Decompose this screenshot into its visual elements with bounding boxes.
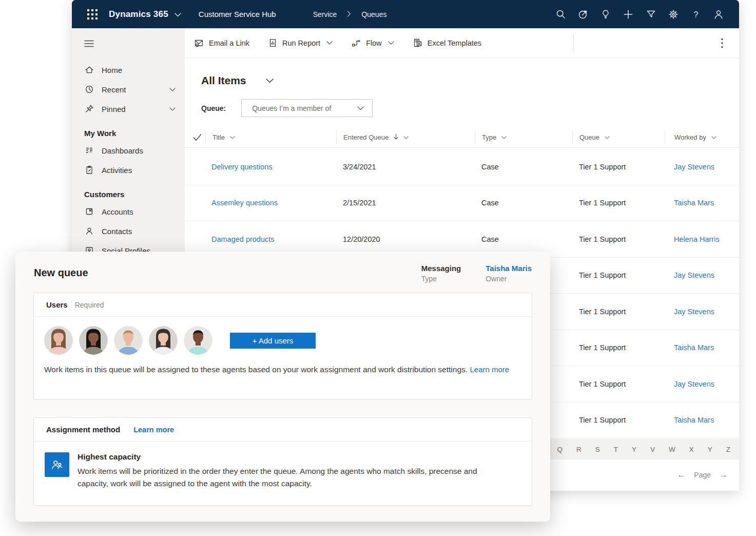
alphabet-letter[interactable]: R (576, 446, 581, 453)
command-email-a-link[interactable]: Email a Link (194, 39, 249, 48)
hub-title[interactable]: Customer Service Hub (199, 10, 276, 18)
chevron-down-icon (388, 41, 394, 45)
dashboards-icon (84, 145, 94, 156)
user-avatar (149, 326, 178, 355)
users-heading: Users (46, 300, 68, 309)
queue-filter-row: Queue: Queues I’m a member of (201, 99, 373, 117)
command-run-report[interactable]: Run Report (268, 38, 333, 48)
chevron-right-icon (347, 10, 351, 18)
row-worked-by-link[interactable]: Helena Harris (674, 235, 720, 243)
alphabet-letter[interactable]: T (614, 446, 618, 453)
queue-owner-link[interactable]: Taisha Maris (486, 264, 532, 273)
alphabet-letter[interactable]: W (669, 446, 675, 453)
row-worked-by-link[interactable]: Jay Stevens (674, 380, 714, 388)
column-header-title[interactable]: Title (205, 131, 336, 144)
pager-label: Page (694, 471, 711, 479)
clock-icon (84, 84, 94, 94)
row-worked-by-link[interactable]: Taisha Mars (674, 343, 714, 352)
assignment-learn-more-link[interactable]: Learn more (133, 426, 174, 434)
search-icon[interactable] (549, 4, 572, 25)
dialog-header: New queue Messaging Type Taisha Maris Ow… (34, 264, 532, 283)
flow-icon (351, 38, 361, 48)
row-worked-by-link[interactable]: Taisha Mars (674, 199, 714, 207)
filter-icon[interactable] (639, 4, 662, 25)
row-queue: Tier 1 Support (572, 343, 665, 352)
column-header-type[interactable]: Type (475, 131, 572, 144)
user-avatar (184, 326, 212, 355)
command-excel-templates[interactable]: Excel Templates (413, 38, 481, 48)
row-type: Case (475, 163, 572, 171)
people-icon (45, 452, 69, 477)
waffle-icon[interactable] (87, 9, 98, 20)
queue-filter-dropdown[interactable]: Queues I’m a member of (241, 99, 373, 117)
command-flow[interactable]: Flow (351, 38, 394, 48)
settings-gear-icon[interactable] (662, 4, 685, 25)
dialog-title: New queue (34, 267, 88, 279)
row-title-link[interactable]: Assemley questions (211, 199, 278, 207)
row-worked-by-link[interactable]: Taisha Mars (674, 416, 714, 424)
activities-icon (84, 165, 94, 175)
assignment-method-card: Assignment method Learn more Highest cap… (33, 417, 532, 506)
alphabet-letter[interactable]: X (689, 446, 694, 453)
row-entered-queue: 3/24/2021 (336, 163, 475, 171)
queue-filter-label: Queue: (201, 104, 226, 112)
row-title-link[interactable]: Damaged products (211, 235, 275, 243)
breadcrumb-queues[interactable]: Queues (361, 10, 386, 18)
account-person-icon[interactable] (707, 4, 730, 25)
users-learn-more-link[interactable]: Learn more (470, 365, 509, 374)
column-header-entered-queue[interactable]: Entered Queue (336, 131, 475, 144)
sidebar-section-title-customers: Customers (84, 190, 185, 199)
lightbulb-icon[interactable] (594, 4, 617, 25)
topbar-icon-group: ? (549, 4, 730, 25)
excel-icon (413, 38, 423, 48)
row-title-link[interactable]: Delivery questions (211, 163, 272, 171)
sidebar-item-accounts[interactable]: Accounts (72, 202, 185, 221)
table-row[interactable]: Assemley questions2/15/2021CaseTier 1 Su… (185, 185, 739, 222)
run-report-icon (268, 38, 278, 48)
sidebar-item-activities[interactable]: Activities (72, 160, 185, 180)
sidebar-item-pinned[interactable]: Pinned (72, 99, 185, 119)
column-header-queue[interactable]: Queue (572, 131, 665, 144)
alphabet-letter[interactable]: Y (632, 446, 636, 453)
command-label: Email a Link (209, 39, 249, 47)
breadcrumb-service[interactable]: Service (313, 10, 337, 18)
row-type: Case (475, 235, 572, 243)
select-all-checkmark-icon[interactable] (185, 131, 205, 144)
queue-type-value: Messaging (421, 264, 461, 273)
alphabet-letter[interactable]: Y (708, 446, 712, 453)
app-title[interactable]: Dynamics 365 (109, 9, 181, 20)
alphabet-letter[interactable]: Q (557, 446, 563, 453)
row-worked-by-link[interactable]: Jay Stevens (674, 163, 714, 171)
column-header-worked-by[interactable]: Worked by (665, 131, 731, 144)
alphabet-letter[interactable]: Z (726, 446, 730, 453)
add-users-button[interactable]: + Add users (230, 333, 316, 349)
sidebar-item-recent[interactable]: Recent (72, 80, 185, 99)
chevron-down-icon (357, 106, 364, 110)
sidebar-item-home[interactable]: Home (72, 60, 185, 80)
alphabet-letter[interactable]: V (650, 446, 655, 453)
chevron-down-icon (175, 9, 181, 20)
sidebar-section-title-my-work: My Work (84, 129, 185, 138)
sidebar-item-contacts[interactable]: Contacts (72, 221, 185, 241)
user-avatar (79, 326, 108, 355)
table-row[interactable]: Delivery questions3/24/2021CaseTier 1 Su… (185, 149, 739, 185)
sidebar-item-label: Contacts (102, 227, 132, 236)
hamburger-menu-icon[interactable] (84, 39, 96, 49)
sidebar-sections: My WorkDashboardsActivitiesCustomersAcco… (72, 129, 185, 260)
view-selector[interactable]: All Items (201, 74, 274, 87)
page-previous-arrow-icon[interactable]: ← (677, 470, 686, 480)
command-bar: Email a LinkRun ReportFlowExcel Template… (185, 28, 739, 58)
page-next-arrow-icon[interactable]: → (719, 470, 728, 480)
chevron-down-icon (169, 88, 176, 91)
alphabet-letter[interactable]: S (595, 446, 600, 453)
home-icon (84, 65, 94, 75)
row-worked-by-link[interactable]: Jay Stevens (674, 271, 714, 279)
help-icon[interactable]: ? (685, 4, 707, 25)
sidebar-item-dashboards[interactable]: Dashboards (72, 141, 185, 160)
row-worked-by-link[interactable]: Jay Stevens (674, 308, 714, 316)
assignment-heading: Assignment method (46, 425, 120, 434)
add-icon[interactable] (617, 4, 639, 25)
more-vertical-icon[interactable] (713, 28, 731, 58)
chevron-down-icon (266, 76, 274, 85)
quick-launch-icon[interactable] (572, 4, 594, 25)
